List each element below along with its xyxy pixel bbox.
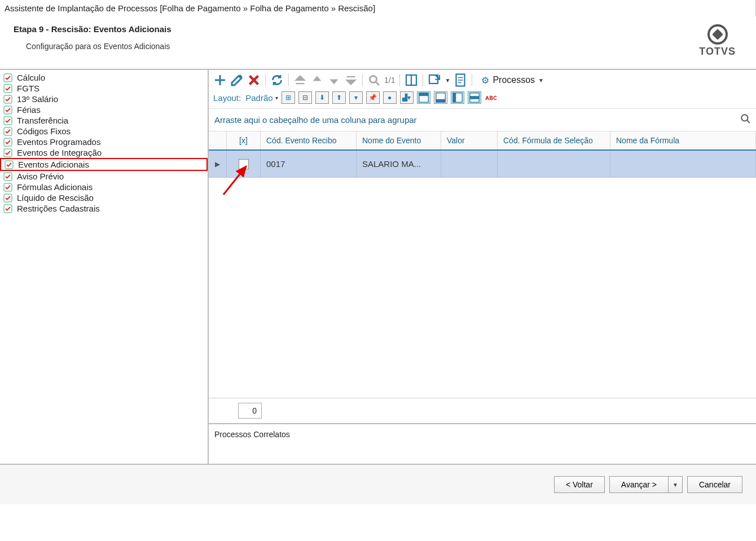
column-checkbox[interactable]: [x]: [227, 131, 261, 149]
chevron-down-icon: ▼: [673, 482, 678, 488]
sidebar-item-label: Férias: [17, 105, 41, 115]
sidebar-item-eventos-programados[interactable]: Eventos Programados: [0, 137, 208, 147]
separator: [423, 74, 423, 86]
column-cod-formula[interactable]: Cód. Fórmula de Seleção: [498, 131, 610, 149]
group-hint: Arraste aqui o cabeçalho de uma coluna p…: [214, 115, 417, 125]
sidebar-item-label: Eventos de Integração: [17, 148, 102, 157]
separator: [288, 74, 289, 86]
sidebar-item-aviso-pr-vio[interactable]: Aviso Prévio: [0, 171, 208, 182]
cell-nome-evento[interactable]: SALARIO MA...: [357, 151, 441, 177]
sidebar-item-label: Líquido de Rescisão: [17, 193, 94, 203]
data-grid: [x] Cód. Evento Recibo Nome do Evento Va…: [209, 131, 756, 398]
expand-all-button[interactable]: ⊞: [282, 91, 295, 104]
view-mode-2-button[interactable]: [434, 91, 447, 104]
color-button[interactable]: ●: [383, 91, 397, 104]
layout-toolbar: Layout: Padrão ▾ ⊞ ⊟ ⬇ ⬆ ▾ 📌 ● ▟▾ ᴀʙᴄ: [209, 90, 756, 108]
sidebar-item-label: Eventos Programados: [17, 137, 100, 147]
first-page-button[interactable]: [293, 73, 307, 87]
view-mode-3-button[interactable]: [451, 91, 464, 104]
search-icon[interactable]: [740, 113, 750, 126]
wizard-footer: < Voltar Avançar > ▼ Cancelar: [0, 464, 756, 504]
sidebar-item-eventos-de-integra-o[interactable]: Eventos de Integração: [0, 147, 208, 158]
sidebar-item-transfer-ncia[interactable]: Transferência: [0, 115, 208, 126]
main-panel: 1/1 ▼ ⚙ Processos ▼ Layout: Padrão ▾ ⊞ ⊟…: [209, 70, 756, 464]
import-layout-button[interactable]: ⬇: [315, 91, 329, 104]
columns-button[interactable]: [405, 73, 418, 87]
group-by-bar[interactable]: Arraste aqui o cabeçalho de uma coluna p…: [209, 108, 756, 131]
column-valor[interactable]: Valor: [441, 131, 498, 149]
grid-header-row: [x] Cód. Evento Recibo Nome do Evento Va…: [209, 131, 756, 151]
sidebar-item-c-lculo[interactable]: Cálculo: [0, 72, 208, 83]
separator: [399, 74, 400, 86]
back-button[interactable]: < Voltar: [554, 476, 605, 493]
column-nome-formula[interactable]: Nome da Fórmula: [610, 131, 756, 149]
brand-text: TOTVS: [699, 46, 736, 58]
checkbox[interactable]: [239, 159, 249, 169]
grid-toolbar: 1/1 ▼ ⚙ Processos ▼: [209, 70, 756, 90]
next-page-button[interactable]: [327, 73, 341, 87]
gear-icon: ⚙: [481, 75, 489, 86]
svg-rect-20: [436, 99, 445, 103]
chart-button[interactable]: ▟▾: [400, 91, 414, 104]
sidebar-item-label: Transferência: [17, 116, 68, 125]
export-layout-button[interactable]: ⬆: [332, 91, 346, 104]
svg-rect-24: [469, 96, 479, 99]
sidebar-item-13-sal-rio[interactable]: 13º Salário: [0, 94, 208, 104]
cell-cod-formula[interactable]: [498, 151, 610, 177]
cell-cod-evento[interactable]: 0017: [261, 151, 357, 177]
abc-button[interactable]: ᴀʙᴄ: [485, 91, 498, 104]
search-button[interactable]: [367, 73, 381, 87]
prev-page-button[interactable]: [310, 73, 324, 87]
wizard-header: Etapa 9 - Rescisão: Eventos Adicionais C…: [0, 16, 756, 69]
filter-button[interactable]: ▾: [349, 91, 363, 104]
svg-rect-18: [419, 93, 428, 96]
column-nome-evento[interactable]: Nome do Evento: [357, 131, 441, 149]
sidebar-item-eventos-adicionais[interactable]: Eventos Adicionais: [0, 158, 208, 171]
add-button[interactable]: [213, 73, 227, 87]
record-count: 0: [238, 403, 262, 419]
sidebar-item-fgts[interactable]: FGTS: [0, 83, 208, 94]
stage-title: Etapa 9 - Rescisão: Eventos Adicionais: [14, 24, 172, 34]
export-dropdown-icon[interactable]: ▼: [445, 77, 450, 83]
view-mode-1-button[interactable]: [417, 91, 430, 104]
sidebar-item-label: Cálculo: [17, 73, 45, 82]
next-button[interactable]: Avançar >: [609, 476, 668, 493]
grid-body: ▶0017SALARIO MA...: [209, 151, 756, 398]
refresh-button[interactable]: [270, 73, 284, 87]
sidebar-item-label: Aviso Prévio: [17, 171, 64, 181]
edit-button[interactable]: [230, 73, 244, 87]
collapse-all-button[interactable]: ⊟: [298, 91, 312, 104]
view-mode-4-button[interactable]: [468, 91, 481, 104]
next-dropdown[interactable]: ▼: [668, 476, 683, 493]
processes-dropdown[interactable]: ⚙ Processos ▼: [477, 74, 548, 87]
cancel-button[interactable]: Cancelar: [687, 476, 742, 493]
column-cod-evento[interactable]: Cód. Evento Recibo: [261, 131, 357, 149]
sidebar-item-label: FGTS: [17, 83, 39, 93]
separator: [472, 74, 472, 86]
correlatos-title: Processos Correlatos: [214, 430, 290, 439]
cell-nome-formula[interactable]: [610, 151, 756, 177]
sidebar-item-label: Eventos Adicionais: [18, 160, 89, 169]
last-page-button[interactable]: [344, 73, 358, 87]
column-row-indicator[interactable]: [209, 131, 227, 149]
cell-valor[interactable]: [441, 151, 498, 177]
processes-label: Processos: [493, 75, 535, 85]
sidebar-item-f-rias[interactable]: Férias: [0, 104, 208, 115]
layout-dropdown[interactable]: Padrão ▾: [245, 93, 278, 103]
stage-description: Configuração para os Eventos Adicionais: [26, 42, 172, 51]
sidebar-item-c-digos-fixos[interactable]: Códigos Fixos: [0, 126, 208, 137]
row-checkbox-cell[interactable]: [227, 151, 261, 177]
window-title: Assistente de Implantação de Processos […: [0, 0, 756, 16]
pin-button[interactable]: 📌: [366, 91, 380, 104]
sidebar-item-restri-es-cadastrais[interactable]: Restrições Cadastrais: [0, 203, 208, 214]
export-button[interactable]: [428, 73, 441, 87]
sidebar-nav: CálculoFGTS13º SalárioFériasTransferênci…: [0, 70, 209, 464]
sidebar-item-l-quido-de-rescis-o[interactable]: Líquido de Rescisão: [0, 192, 208, 203]
brand-logo: TOTVS: [699, 24, 736, 58]
row-indicator: ▶: [209, 151, 227, 177]
sidebar-item-label: Fórmulas Adicionais: [17, 182, 93, 192]
sidebar-item-f-rmulas-adicionais[interactable]: Fórmulas Adicionais: [0, 182, 208, 192]
table-row[interactable]: ▶0017SALARIO MA...: [209, 151, 756, 178]
delete-button[interactable]: [247, 73, 261, 87]
document-button[interactable]: [454, 73, 467, 87]
